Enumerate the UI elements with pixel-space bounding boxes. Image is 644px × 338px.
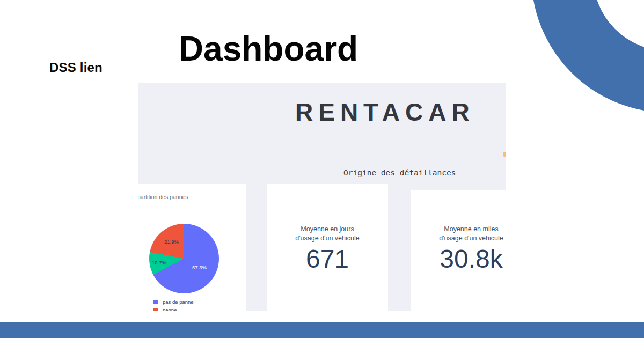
pie-chart-title: partition des pannes <box>138 194 188 200</box>
pie-chart-card: partition des pannes 67.3% 21.9% 10.7% p… <box>138 184 246 311</box>
pie-slice-label: 67.3% <box>192 264 207 270</box>
stat-label: Moyenne en jours d'usage d'un véhicule <box>267 225 388 243</box>
stat-card-days: Moyenne en jours d'usage d'un véhicule 6… <box>267 184 388 311</box>
stat-content: Moyenne en miles d'usage d'un véhicule 3… <box>411 225 506 274</box>
stat-card-miles: Moyenne en miles d'usage d'un véhicule 3… <box>411 190 506 311</box>
legend-swatch-blue <box>153 300 158 304</box>
pie-slice-label: 21.9% <box>164 239 179 245</box>
rentacar-logo: RENTACAR <box>295 98 475 127</box>
stat-value: 671 <box>267 245 388 274</box>
stat-label-line: Moyenne en jours <box>267 225 388 234</box>
stat-label-line: d'usage d'un véhicule <box>411 234 506 243</box>
pie-legend: pas de panne panne <box>153 298 194 311</box>
decorative-ring <box>531 0 644 113</box>
legend-item: pas de panne <box>153 298 194 306</box>
stat-label: Moyenne en miles d'usage d'un véhicule <box>411 225 506 243</box>
stat-label-line: d'usage d'un véhicule <box>267 234 388 243</box>
legend-label: panne <box>163 307 177 311</box>
stat-value: 30.8k <box>411 245 506 274</box>
legend-label: pas de panne <box>163 299 194 305</box>
pie-chart <box>149 224 219 293</box>
clipped-orange-icon <box>503 152 506 157</box>
legend-swatch-red <box>153 308 158 312</box>
bottom-bar <box>0 322 644 338</box>
page-title: Dashboard <box>0 30 537 68</box>
stat-content: Moyenne en jours d'usage d'un véhicule 6… <box>267 225 388 274</box>
pie-slice-label: 10.7% <box>152 260 166 266</box>
dashboard-preview: RENTACAR Origine des défaillances partit… <box>138 83 506 311</box>
section-title: Origine des défaillances <box>343 168 456 177</box>
legend-item: panne <box>153 306 194 311</box>
stat-label-line: Moyenne en miles <box>411 225 506 234</box>
